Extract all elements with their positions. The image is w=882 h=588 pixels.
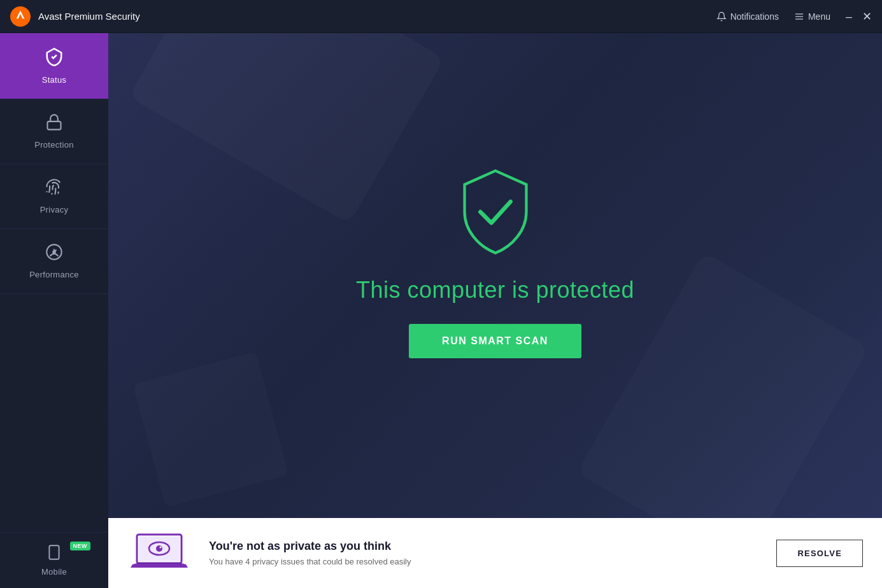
sidebar-item-protection-label: Protection [34,140,74,150]
gauge-icon [45,243,63,263]
minimize-button[interactable]: – [846,11,852,22]
main-center: This computer is protected RUN SMART SCA… [108,33,882,518]
run-smart-scan-button[interactable]: RUN SMART SCAN [409,324,581,358]
sidebar: Status Protection [0,33,108,588]
sidebar-item-privacy[interactable]: Privacy [0,164,108,229]
notifications-button[interactable]: Notifications [716,11,779,22]
svg-rect-7 [49,545,59,559]
app-body: Status Protection [0,33,882,588]
titlebar-right: Notifications Menu – ✕ [716,11,872,22]
sidebar-item-status[interactable]: Status [0,33,108,99]
shield-check-icon [45,47,64,69]
main-content: This computer is protected RUN SMART SCA… [108,33,882,588]
banner-text: You're not as private as you think You h… [209,540,758,566]
bell-icon [716,11,727,22]
svg-point-0 [10,6,31,27]
mobile-icon [46,544,62,563]
window-controls: – ✕ [846,11,872,22]
new-badge: NEW [70,542,91,550]
sidebar-item-performance[interactable]: Performance [0,229,108,294]
banner-subtitle: You have 4 privacy issues that could be … [209,557,758,566]
sidebar-spacer [0,294,108,533]
resolve-button[interactable]: RESOLVE [776,540,863,567]
sidebar-item-status-label: Status [42,75,67,85]
sidebar-item-privacy-label: Privacy [40,205,69,214]
banner-title: You're not as private as you think [209,540,758,553]
svg-point-6 [53,251,55,253]
protected-shield-icon [451,167,540,256]
sidebar-item-performance-label: Performance [29,270,79,279]
banner-icon-container [127,529,191,577]
app-title: Avast Premium Security [38,11,140,22]
shield-container [451,167,540,256]
svg-point-12 [156,545,162,552]
notifications-label: Notifications [730,11,779,22]
avast-logo-icon [10,6,31,27]
privacy-laptop-icon [127,529,191,577]
titlebar: Avast Premium Security Notifications Men… [0,0,882,33]
close-button[interactable]: ✕ [862,11,872,22]
sidebar-item-mobile[interactable]: NEW Mobile [0,533,108,588]
titlebar-left: Avast Premium Security [10,6,140,27]
sidebar-item-protection[interactable]: Protection [0,99,108,164]
sidebar-item-mobile-label: Mobile [41,567,67,577]
menu-label: Menu [808,11,830,22]
privacy-banner: You're not as private as you think You h… [108,518,882,588]
svg-rect-4 [48,122,61,130]
protection-status-text: This computer is protected [356,277,634,304]
menu-icon [794,11,804,22]
menu-button[interactable]: Menu [794,11,830,22]
fingerprint-icon [45,178,63,199]
lock-icon [45,113,63,134]
svg-point-13 [160,546,162,548]
